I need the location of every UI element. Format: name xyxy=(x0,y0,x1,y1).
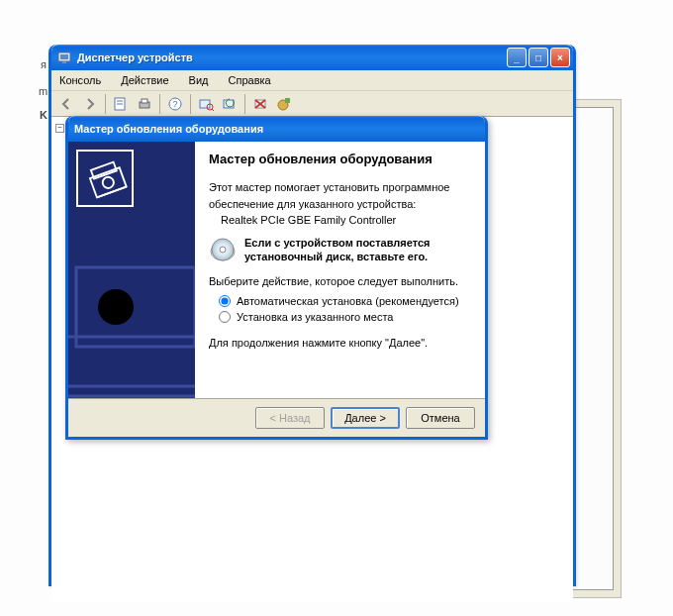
menu-help[interactable]: Справка xyxy=(225,72,275,88)
toolbar-back-button[interactable] xyxy=(55,93,77,115)
wizard-footer: < Назад Далее > Отмена xyxy=(68,399,485,437)
svg-rect-18 xyxy=(285,98,290,103)
toolbar-uninstall-button[interactable] xyxy=(249,93,271,115)
menu-console[interactable]: Консоль xyxy=(55,72,105,88)
toolbar-forward-button[interactable] xyxy=(79,93,101,115)
wizard-desc-line1: Этот мастер помогает установить программ… xyxy=(209,180,469,195)
menu-view[interactable]: Вид xyxy=(185,72,213,88)
toolbar-separator xyxy=(244,94,245,114)
svg-rect-7 xyxy=(142,99,147,103)
wizard-cd-hint-line2: установочный диск, вставьте его. xyxy=(244,250,431,263)
toolbar-properties-button[interactable] xyxy=(110,93,132,115)
stray-text: я xyxy=(41,58,47,70)
close-button[interactable]: × xyxy=(550,48,570,67)
menubar: Консоль Действие Вид Справка xyxy=(51,70,573,91)
toolbar-separator xyxy=(190,94,191,114)
minimize-button[interactable]: _ xyxy=(507,48,527,67)
maximize-button[interactable]: □ xyxy=(529,48,548,67)
toolbar: ? xyxy=(51,91,573,117)
radio-manual-label: Установка из указанного места xyxy=(237,311,393,323)
tree-collapse-icon[interactable]: − xyxy=(55,124,64,133)
hardware-update-wizard: Мастер обновления оборудования xyxy=(65,116,488,440)
device-manager-title: Диспетчер устройств xyxy=(77,51,507,63)
toolbar-update-button[interactable] xyxy=(273,93,295,115)
radio-auto-label: Автоматическая установка (рекомендуется) xyxy=(237,295,459,307)
radio-auto-install[interactable]: Автоматическая установка (рекомендуется) xyxy=(219,295,469,307)
cancel-button[interactable]: Отмена xyxy=(406,407,475,429)
toolbar-help-button[interactable]: ? xyxy=(164,93,186,115)
menu-action[interactable]: Действие xyxy=(117,72,172,88)
svg-rect-27 xyxy=(76,267,195,347)
svg-point-33 xyxy=(220,247,226,253)
svg-point-29 xyxy=(98,289,134,325)
svg-rect-2 xyxy=(62,61,66,63)
wizard-titlebar[interactable]: Мастер обновления оборудования xyxy=(68,116,485,142)
svg-line-12 xyxy=(212,109,214,111)
cd-icon xyxy=(209,236,237,263)
svg-rect-1 xyxy=(60,54,68,59)
wizard-heading: Мастер обновления оборудования xyxy=(209,152,469,168)
next-button[interactable]: Далее > xyxy=(331,407,400,429)
device-manager-titlebar[interactable]: Диспетчер устройств _ □ × xyxy=(51,45,573,70)
wizard-title: Мастер обновления оборудования xyxy=(74,123,263,135)
device-manager-icon xyxy=(57,50,73,65)
toolbar-refresh-button[interactable] xyxy=(219,93,240,115)
radio-auto-input[interactable] xyxy=(219,295,231,307)
toolbar-separator xyxy=(159,94,160,114)
toolbar-separator xyxy=(105,94,106,114)
radio-manual-install[interactable]: Установка из указанного места xyxy=(219,311,469,323)
wizard-cd-hint-line1: Если с устройством поставляется xyxy=(244,236,431,250)
svg-text:?: ? xyxy=(172,99,177,109)
stray-text: K xyxy=(40,109,48,121)
wizard-select-label: Выберите действие, которое следует выпол… xyxy=(209,275,469,287)
wizard-desc-line2: обеспечение для указанного устройства: xyxy=(209,197,469,212)
wizard-sidebar xyxy=(68,142,195,398)
back-button: < Назад xyxy=(255,407,325,429)
toolbar-print-button[interactable] xyxy=(134,93,155,115)
toolbar-scan-button[interactable] xyxy=(195,93,217,115)
wizard-device-name: Realtek PCIe GBE Family Controller xyxy=(209,214,469,226)
radio-manual-input[interactable] xyxy=(219,311,231,323)
stray-text: m xyxy=(39,85,48,97)
wizard-hardware-icon xyxy=(76,150,134,207)
wizard-content: Мастер обновления оборудования Этот маст… xyxy=(195,142,485,398)
wizard-continue-hint: Для продолжения нажмите кнопку "Далее". xyxy=(209,337,469,349)
